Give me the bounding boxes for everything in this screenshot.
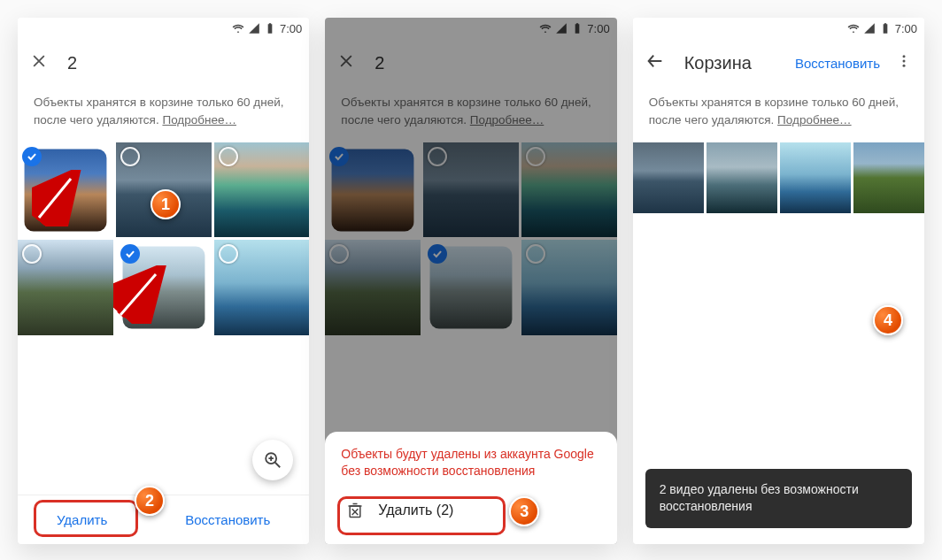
zoom-fab[interactable] (252, 440, 293, 480)
top-bar: Корзина Восстановить (633, 39, 924, 87)
photo-item[interactable] (780, 142, 851, 213)
selection-count: 2 (67, 53, 77, 73)
battery-icon (264, 22, 276, 35)
retention-notice: Объекты хранятся в корзине только 60 дне… (633, 87, 924, 142)
photo-item[interactable] (214, 240, 310, 335)
retention-notice: Объекты хранятся в корзине только 60 дне… (18, 87, 309, 142)
status-bar: 7:00 (18, 18, 309, 39)
checkmark-icon (329, 244, 349, 264)
checkmark-icon (329, 147, 349, 166)
checkmark-icon (219, 147, 238, 166)
photo-grid (633, 142, 924, 213)
screen-confirm-delete: 7:00 2 Объекты хранятся в корзине только… (325, 18, 616, 544)
photo-item[interactable] (521, 142, 617, 238)
learn-more-link[interactable]: Подробнее… (162, 113, 236, 127)
status-bar: 7:00 (633, 18, 924, 39)
checkmark-icon (428, 147, 447, 166)
photo-item[interactable] (18, 142, 113, 238)
signal-icon (248, 22, 260, 35)
signal-icon (555, 22, 568, 35)
status-time: 7:00 (895, 22, 917, 35)
trash-icon (346, 502, 364, 519)
annotation-badge: 4 (873, 305, 903, 335)
photo-item[interactable] (423, 142, 519, 238)
photo-item[interactable] (325, 142, 421, 238)
selection-count: 2 (374, 53, 384, 73)
toast-message: 2 видео удалены без возможности восстано… (645, 469, 912, 528)
photo-item[interactable] (706, 142, 777, 213)
photo-item[interactable] (521, 240, 617, 335)
warning-text: Объекты будут удалены из аккаунта Google… (341, 446, 600, 480)
svg-point-3 (902, 60, 905, 63)
top-bar: 2 (325, 39, 616, 87)
close-icon[interactable] (337, 52, 355, 73)
restore-button[interactable]: Восстановить (167, 503, 288, 536)
checkmark-icon (219, 244, 238, 264)
restore-button[interactable]: Восстановить (795, 56, 880, 71)
status-time: 7:00 (280, 22, 302, 35)
checkmark-icon (428, 244, 447, 264)
bottom-bar: Удалить Восстановить (18, 495, 309, 544)
retention-notice: Объекты хранятся в корзине только 60 дне… (325, 87, 616, 142)
battery-icon (571, 22, 583, 35)
delete-button[interactable]: Удалить (39, 503, 125, 536)
confirm-delete-label: Удалить (2) (378, 502, 453, 518)
photo-item[interactable] (423, 240, 519, 335)
svg-point-2 (902, 55, 905, 58)
svg-point-4 (902, 65, 905, 67)
close-icon[interactable] (30, 52, 48, 73)
photo-item[interactable] (325, 240, 421, 335)
photo-item[interactable] (18, 240, 113, 335)
checkmark-icon (22, 147, 42, 166)
photo-item[interactable] (116, 240, 212, 335)
photo-grid (325, 142, 616, 336)
more-icon[interactable] (896, 53, 912, 73)
photo-item[interactable] (633, 142, 704, 213)
photo-item[interactable] (853, 142, 924, 213)
checkmark-icon (526, 147, 545, 166)
battery-icon (879, 22, 892, 35)
checkmark-icon (120, 147, 140, 166)
learn-more-link[interactable]: Подробнее… (777, 113, 852, 127)
wifi-icon (539, 22, 552, 35)
checkmark-icon (120, 244, 140, 264)
confirm-delete-button[interactable]: Удалить (2) (341, 493, 600, 528)
signal-icon (863, 22, 876, 35)
top-bar: 2 (18, 39, 309, 87)
wifi-icon (232, 22, 244, 35)
confirmation-sheet: Объекты будут удалены из аккаунта Google… (325, 432, 616, 544)
status-time: 7:00 (587, 22, 609, 35)
screen-trash-result: 7:00 Корзина Восстановить Объекты хранят… (633, 18, 924, 544)
checkmark-icon (526, 244, 545, 264)
photo-item[interactable] (116, 142, 212, 238)
learn-more-link[interactable]: Подробнее… (470, 113, 544, 127)
back-icon[interactable] (645, 51, 665, 74)
status-bar: 7:00 (325, 18, 616, 39)
screen-selection: 7:00 2 Объекты хранятся в корзине только… (18, 18, 309, 544)
wifi-icon (847, 22, 860, 35)
photo-item[interactable] (214, 142, 310, 238)
photo-grid (18, 142, 309, 336)
magnifier-plus-icon (263, 450, 282, 470)
page-title: Корзина (684, 53, 752, 73)
